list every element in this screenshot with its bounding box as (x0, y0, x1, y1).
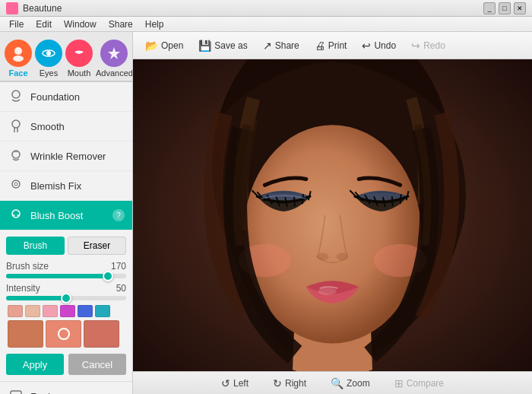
cancel-button[interactable]: Cancel (68, 354, 126, 375)
redo-button[interactable]: ↪ Redo (405, 37, 451, 55)
wrinkle-label: Wrinkle Remover (30, 151, 106, 162)
main-layout: Face Eyes Mouth Advanced (0, 32, 532, 394)
intensity-fill (6, 296, 66, 300)
image-area[interactable] (133, 59, 532, 371)
app-title: Beautune (23, 3, 62, 14)
swatch-6[interactable] (95, 305, 110, 317)
sidebar-item-blush[interactable]: Blush Boost ? (0, 201, 132, 230)
left-panel: Face Eyes Mouth Advanced (0, 32, 133, 394)
swatch-large-3[interactable] (84, 320, 119, 348)
tab-mouth[interactable]: Mouth (64, 37, 94, 81)
menu-help[interactable]: Help (139, 17, 170, 31)
save-icon: 💾 (198, 40, 211, 52)
sidebar-list: Foundation Smooth Wrinkle Remover Blemis… (0, 82, 132, 394)
brush-size-value: 170 (111, 261, 126, 272)
advanced-tab-icon (100, 40, 128, 67)
minimize-button[interactable]: _ (483, 2, 496, 14)
menu-file[interactable]: File (3, 17, 30, 31)
intensity-value: 50 (116, 283, 126, 294)
intensity-track[interactable] (6, 296, 126, 300)
menu-window[interactable]: Window (58, 17, 103, 31)
swatch-5[interactable] (78, 305, 93, 317)
share-button[interactable]: ↗ Share (257, 37, 306, 55)
left-label: Left (233, 378, 249, 389)
brush-size-row: Brush size 170 (6, 261, 126, 278)
left-icon: ↺ (221, 377, 230, 389)
brush-size-fill (6, 274, 108, 278)
tab-eyes[interactable]: Eyes (33, 37, 64, 81)
blemish-icon (8, 177, 24, 194)
window-controls: _ □ ✕ (483, 2, 526, 14)
mouth-tab-label: Mouth (68, 68, 91, 78)
tab-advanced[interactable]: Advanced (94, 37, 133, 81)
face-tabs: Face Eyes Mouth Advanced (0, 32, 132, 82)
color-swatches-top (6, 305, 126, 317)
app-icon (6, 2, 18, 14)
brush-eraser-toggle: Brush Eraser (6, 237, 126, 255)
blemish-label: Blemish Fix (30, 180, 81, 192)
compare-button[interactable]: ⊞ Compare (390, 376, 448, 391)
share-icon: ↗ (263, 40, 272, 52)
toolbar: 📂 Open 💾 Save as ↗ Share 🖨 Print ↩ Undo … (133, 32, 532, 59)
right-button[interactable]: ↻ Right (268, 376, 311, 391)
eyes-tab-icon (35, 40, 62, 67)
menu-edit[interactable]: Edit (30, 17, 58, 31)
svg-point-10 (14, 183, 17, 186)
redo-label: Redo (423, 40, 445, 51)
compare-label: Compare (407, 378, 444, 389)
svg-point-9 (12, 180, 20, 188)
brush-size-thumb[interactable] (103, 271, 113, 281)
right-area: 📂 Open 💾 Save as ↗ Share 🖨 Print ↩ Undo … (133, 32, 532, 394)
swatch-3[interactable] (43, 305, 58, 317)
sidebar-item-wrinkle[interactable]: Wrinkle Remover (0, 141, 132, 171)
brush-size-track[interactable] (6, 274, 126, 278)
svg-point-5 (12, 120, 20, 128)
save-as-button[interactable]: 💾 Save as (192, 37, 253, 55)
swatch-large-2[interactable] (46, 320, 81, 348)
mouth-tab-icon (65, 40, 93, 67)
right-icon: ↻ (273, 377, 282, 389)
smooth-label: Smooth (30, 121, 65, 132)
wrinkle-icon (8, 148, 24, 164)
intensity-thumb[interactable] (61, 293, 71, 303)
sidebar-item-smooth[interactable]: Smooth (0, 112, 132, 141)
svg-point-0 (14, 47, 22, 55)
maximize-button[interactable]: □ (499, 2, 511, 14)
swatch-large-1[interactable] (8, 320, 43, 348)
eraser-button[interactable]: Eraser (68, 237, 126, 255)
right-label: Right (285, 378, 306, 389)
sidebar-item-reshape[interactable]: Reshape (0, 382, 132, 394)
eyes-tab-label: Eyes (40, 68, 58, 78)
brush-button[interactable]: Brush (6, 237, 65, 255)
print-icon: 🖨 (315, 40, 325, 52)
reshape-icon (8, 388, 24, 394)
blush-help-icon[interactable]: ? (112, 209, 125, 221)
redo-icon: ↪ (411, 40, 420, 52)
compare-icon: ⊞ (394, 377, 404, 389)
swatch-circle (58, 328, 70, 340)
swatch-1[interactable] (8, 305, 23, 317)
open-button[interactable]: 📂 Open (139, 37, 189, 55)
svg-point-13 (17, 214, 20, 216)
face-tab-label: Face (8, 68, 27, 78)
save-as-label: Save as (214, 40, 247, 51)
print-button[interactable]: 🖨 Print (309, 37, 353, 55)
left-button[interactable]: ↺ Left (217, 376, 253, 391)
swatch-2[interactable] (25, 305, 40, 317)
intensity-row: Intensity 50 (6, 283, 126, 300)
swatch-4[interactable] (60, 305, 75, 317)
svg-point-11 (12, 210, 20, 218)
reshape-label: Reshape (30, 391, 70, 395)
close-button[interactable]: ✕ (514, 2, 526, 14)
undo-button[interactable]: ↩ Undo (356, 37, 402, 55)
apply-button[interactable]: Apply (6, 354, 64, 375)
brush-size-label-row: Brush size 170 (6, 261, 126, 272)
sidebar-item-blemish[interactable]: Blemish Fix (0, 171, 132, 201)
blush-boost-panel: Brush Eraser Brush size 170 Intensi (0, 230, 132, 382)
foundation-label: Foundation (30, 91, 80, 103)
menu-share[interactable]: Share (103, 17, 139, 31)
zoom-button[interactable]: 🔍 Zoom (326, 376, 375, 391)
sidebar-item-foundation[interactable]: Foundation (0, 82, 132, 112)
tab-face[interactable]: Face (3, 37, 33, 81)
svg-rect-14 (11, 391, 21, 394)
